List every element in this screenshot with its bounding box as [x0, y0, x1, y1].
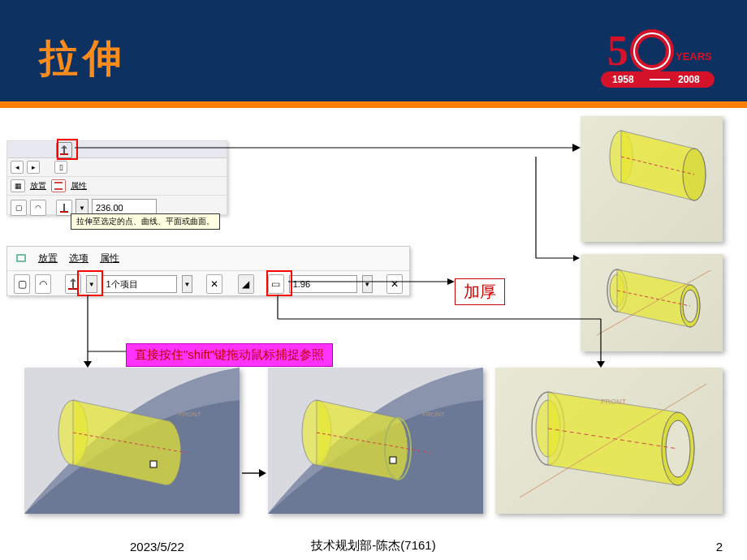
slide-content: ◂ ▸ ▯ ▦ 放置 属性 ▢ ◠ ▼ 236.00 拉伸至选定的点、曲线、平面…	[0, 108, 747, 560]
shift-tip-label: 直接按住"shift"键拖动鼠标捕捉参照	[126, 343, 333, 367]
tree-icon[interactable]: ▯	[54, 161, 67, 174]
flip2-icon[interactable]: ✕	[386, 274, 403, 294]
solid-icon[interactable]: ▢	[11, 200, 27, 216]
footer-page: 2	[716, 540, 723, 554]
extrude-panel-1: ◂ ▸ ▯ ▦ 放置 属性 ▢ ◠ ▼ 236.00 拉伸至选定的点、曲线、平面…	[6, 140, 227, 215]
svg-text:FRONT: FRONT	[601, 398, 626, 406]
thickness-arrow[interactable]: ▼	[362, 275, 373, 293]
arrow-right-icon[interactable]: ▸	[27, 161, 40, 174]
surface-preview-2: FRONT	[268, 368, 483, 514]
tab-place-link[interactable]: 放置	[30, 180, 46, 192]
tab2-props[interactable]: 属性	[100, 252, 119, 265]
orange-divider	[0, 101, 747, 108]
svg-text:FRONT: FRONT	[179, 411, 201, 418]
remove-mat-icon[interactable]: ◢	[238, 274, 254, 294]
highlight-depth2	[77, 270, 103, 296]
tab2-options[interactable]: 选项	[69, 252, 89, 265]
depth-tooltip: 拉伸至选定的点、曲线、平面或曲面。	[71, 213, 220, 230]
items-arrow[interactable]: ▼	[182, 275, 192, 293]
items-dropdown[interactable]: 1个项目	[102, 275, 177, 293]
thickness-input[interactable]: 1.96	[289, 275, 357, 293]
footer-date: 2023/5/22	[130, 540, 184, 554]
logo-years-text: YEARS	[676, 50, 712, 62]
cylinder-preview-2	[581, 254, 723, 351]
logo-digit-5: 5	[607, 28, 628, 74]
solid-icon-2[interactable]: ▢	[14, 274, 30, 294]
svg-rect-31	[390, 457, 396, 463]
surface-preview-1: FRONT	[24, 368, 240, 514]
arrow-left-icon[interactable]: ◂	[11, 161, 24, 174]
slide-title: 拉伸	[39, 32, 127, 84]
svg-point-0	[634, 33, 670, 69]
header-bar: 拉伸 5 YEARS 1958 2008	[0, 0, 747, 101]
logo-year-to: 2008	[678, 74, 700, 85]
svg-rect-9	[17, 255, 25, 261]
logo-year-from: 1958	[612, 74, 634, 85]
highlight-thicken	[266, 270, 292, 296]
tab-props-link[interactable]: 属性	[71, 180, 87, 192]
tab2-place[interactable]: 放置	[38, 252, 58, 265]
footer: 2023/5/22 技术规划部-陈杰(7161) 2	[0, 540, 747, 554]
anniversary-logo: 5 YEARS 1958 2008	[601, 24, 723, 89]
flip-icon[interactable]: ✕	[206, 274, 222, 294]
depth-to-icon[interactable]	[56, 200, 72, 216]
footer-dept: 技术规划部-陈杰(7161)	[311, 538, 435, 554]
svg-rect-25	[150, 461, 157, 467]
cylinder-preview-3: FRONT	[495, 368, 723, 514]
extrude-panel-2: 放置 选项 属性 ▢ ◠ ▼ 1个项目 ▼ ✕ ◢ ▭ 1.96 ▼ ✕	[6, 246, 410, 296]
place-icon[interactable]: ▦	[11, 179, 25, 192]
surface-icon-2[interactable]: ◠	[35, 274, 51, 294]
depth-range-icon[interactable]	[51, 179, 66, 192]
thicken-label: 加厚	[455, 278, 505, 305]
cylinder-preview-1	[581, 116, 723, 242]
highlight-depth-icon	[57, 139, 78, 160]
svg-text:FRONT: FRONT	[422, 411, 445, 418]
surface-icon[interactable]: ◠	[30, 200, 46, 216]
